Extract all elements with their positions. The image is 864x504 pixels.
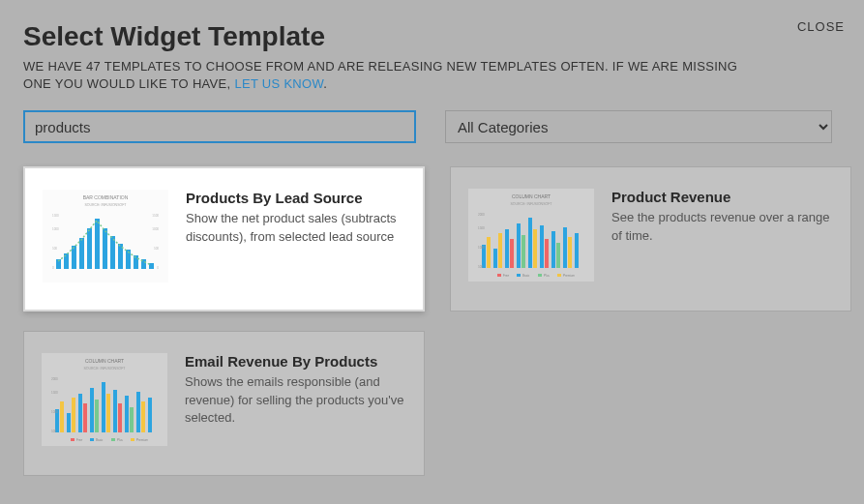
svg-rect-61 (67, 413, 71, 432)
controls-row: All Categories (23, 110, 841, 143)
svg-text:Plus: Plus (117, 438, 123, 442)
svg-text:Premium: Premium (136, 438, 149, 442)
card-thumbnail: COLUMN CHART SOURCE: INFUSIONSOFT (468, 189, 594, 282)
svg-text:Basic: Basic (96, 438, 104, 442)
svg-text:Free: Free (76, 438, 83, 442)
let-us-know-link[interactable]: LET US KNOW (234, 76, 323, 91)
svg-rect-67 (102, 382, 105, 432)
svg-rect-75 (148, 398, 152, 432)
svg-rect-13 (134, 255, 138, 269)
svg-rect-63 (78, 394, 82, 432)
svg-rect-54 (557, 274, 561, 277)
template-card-products-by-lead-source[interactable]: BAR COMBINATION SOURCE: INFUSIONSOFT (23, 166, 425, 311)
svg-text:500: 500 (52, 247, 57, 251)
svg-text:1000: 1000 (51, 410, 58, 414)
svg-rect-8 (95, 219, 100, 269)
svg-rect-72 (130, 407, 134, 432)
card-description: See the products revenue over a range of… (611, 209, 833, 244)
svg-text:BAR COMBINATION: BAR COMBINATION (83, 194, 129, 200)
svg-text:1500: 1500 (478, 226, 485, 230)
svg-rect-30 (498, 233, 502, 268)
svg-rect-70 (118, 403, 122, 432)
svg-text:2000: 2000 (478, 213, 485, 217)
svg-rect-64 (83, 403, 87, 432)
page-title: Select Widget Template (23, 21, 841, 52)
subtitle-text: WE HAVE 47 TEMPLATES TO CHOOSE FROM AND … (23, 59, 737, 91)
svg-rect-34 (521, 235, 525, 268)
svg-rect-7 (87, 228, 92, 269)
svg-text:2000: 2000 (51, 377, 58, 381)
card-thumbnail: COLUMN CHART SOURCE: INFUSIONSOFT (42, 353, 167, 446)
template-card-product-revenue[interactable]: COLUMN CHART SOURCE: INFUSIONSOFT (450, 166, 851, 311)
category-select[interactable]: All Categories (445, 110, 832, 143)
svg-rect-28 (487, 237, 491, 268)
close-button[interactable]: CLOSE (797, 19, 845, 34)
card-thumbnail: BAR COMBINATION SOURCE: INFUSIONSOFT (43, 190, 168, 282)
card-title: Product Revenue (611, 189, 833, 205)
svg-text:Premium: Premium (563, 274, 576, 278)
svg-text:1000: 1000 (478, 246, 485, 250)
svg-text:Basic: Basic (522, 274, 530, 278)
svg-rect-86 (131, 438, 134, 441)
bar-combination-icon: BAR COMBINATION SOURCE: INFUSIONSOFT (43, 190, 168, 282)
svg-rect-6 (79, 238, 84, 269)
svg-rect-48 (497, 274, 501, 277)
card-body: Product Revenue See the products revenue… (611, 189, 833, 289)
svg-text:COLUMN CHART: COLUMN CHART (512, 193, 551, 199)
svg-text:COLUMN CHART: COLUMN CHART (85, 358, 124, 364)
svg-rect-36 (533, 229, 537, 268)
svg-text:SOURCE: INFUSIONSOFT: SOURCE: INFUSIONSOFT (84, 367, 127, 371)
svg-text:1500: 1500 (52, 214, 59, 218)
svg-text:500: 500 (154, 247, 159, 251)
svg-rect-10 (110, 236, 115, 269)
svg-rect-29 (493, 249, 497, 268)
svg-rect-66 (95, 400, 99, 432)
card-body: Products By Lead Source Show the net pro… (186, 190, 405, 288)
svg-rect-73 (136, 392, 140, 432)
card-description: Shows the emails responsible (and revenu… (185, 373, 406, 427)
svg-rect-39 (551, 231, 555, 268)
svg-rect-9 (103, 228, 107, 269)
column-chart-icon: COLUMN CHART SOURCE: INFUSIONSOFT (42, 353, 167, 446)
svg-rect-80 (71, 438, 74, 441)
svg-rect-33 (517, 223, 521, 268)
svg-text:1500: 1500 (51, 391, 58, 395)
column-chart-icon: COLUMN CHART SOURCE: INFUSIONSOFT (468, 189, 594, 282)
svg-rect-69 (113, 390, 117, 432)
dialog: Select Widget Template WE HAVE 47 TEMPLA… (0, 0, 864, 497)
svg-rect-31 (505, 229, 509, 268)
svg-text:500: 500 (51, 430, 56, 433)
svg-rect-38 (545, 239, 549, 268)
subtitle-tail: . (323, 76, 327, 91)
svg-rect-50 (517, 274, 521, 277)
svg-text:SOURCE: INFUSIONSOFT: SOURCE: INFUSIONSOFT (85, 203, 128, 207)
svg-text:1000: 1000 (152, 227, 159, 231)
svg-rect-84 (111, 438, 115, 441)
svg-text:1500: 1500 (152, 214, 159, 218)
svg-rect-71 (125, 396, 129, 432)
svg-rect-37 (540, 225, 544, 268)
card-description: Show the net product sales (subtracts di… (186, 210, 405, 245)
card-title: Products By Lead Source (186, 190, 405, 206)
svg-rect-68 (106, 394, 110, 432)
svg-rect-5 (72, 246, 76, 269)
subtitle: WE HAVE 47 TEMPLATES TO CHOOSE FROM AND … (23, 58, 759, 93)
svg-rect-40 (556, 243, 560, 268)
svg-text:500: 500 (478, 265, 483, 269)
svg-rect-82 (90, 438, 94, 441)
svg-rect-60 (60, 401, 64, 432)
svg-text:Free: Free (503, 274, 510, 278)
svg-rect-43 (575, 233, 579, 268)
svg-rect-65 (90, 388, 94, 432)
card-body: Email Revenue By Products Shows the emai… (185, 353, 406, 454)
search-input[interactable] (23, 110, 416, 143)
template-card-email-revenue-by-products[interactable]: COLUMN CHART SOURCE: INFUSIONSOFT (23, 331, 425, 476)
svg-rect-62 (72, 398, 75, 432)
svg-text:1000: 1000 (52, 227, 59, 231)
card-title: Email Revenue By Products (185, 353, 406, 370)
svg-text:Plus: Plus (544, 274, 550, 278)
svg-rect-41 (563, 227, 567, 268)
svg-rect-35 (528, 218, 532, 268)
svg-rect-42 (568, 237, 572, 268)
svg-text:SOURCE: INFUSIONSOFT: SOURCE: INFUSIONSOFT (511, 202, 553, 206)
